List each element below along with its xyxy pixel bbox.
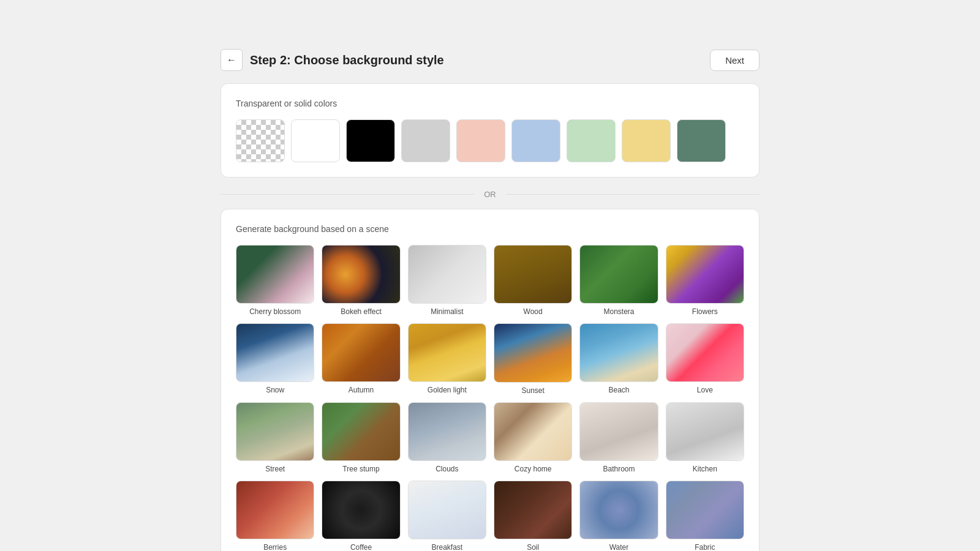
scene-thumb-snow: [236, 323, 314, 382]
scene-thumb-inner-street: [236, 403, 314, 460]
scene-item-minimalist[interactable]: Minimalist: [408, 245, 486, 316]
scene-thumb-inner-row4b: [322, 481, 399, 539]
scene-item-kitchen[interactable]: Kitchen: [666, 402, 744, 473]
solid-colors-title: Transparent or solid colors: [236, 99, 744, 108]
scene-thumb-wood: [494, 245, 572, 304]
header: ← Step 2: Choose background style Next: [221, 49, 760, 71]
page-title: Step 2: Choose background style: [250, 53, 444, 67]
back-icon: ←: [227, 54, 236, 66]
scene-thumb-inner-minimalist: [409, 246, 486, 303]
scene-title: Generate background based on a scene: [236, 224, 744, 234]
scene-item-cherry-blossom[interactable]: Cherry blossom: [236, 245, 314, 316]
scene-thumb-inner-clouds: [409, 403, 486, 460]
or-divider: OR: [221, 190, 760, 199]
scene-item-row4c[interactable]: Breakfast: [408, 481, 486, 551]
scene-item-love[interactable]: Love: [666, 323, 744, 394]
swatch-transparent[interactable]: [236, 119, 285, 162]
scene-item-monstera[interactable]: Monstera: [579, 245, 658, 316]
scene-item-bokeh-effect[interactable]: Bokeh effect: [322, 245, 400, 316]
scene-item-row4b[interactable]: Coffee: [322, 481, 400, 551]
scene-label-golden-light: Golden light: [428, 386, 467, 394]
scene-thumb-street: [236, 402, 314, 461]
scene-thumb-love: [666, 323, 744, 382]
scene-thumb-row4b: [322, 481, 400, 539]
scene-thumb-inner-bathroom: [580, 403, 657, 460]
scene-item-flowers[interactable]: Flowers: [666, 245, 744, 316]
scene-thumb-inner-wood: [494, 246, 571, 303]
scene-item-cozy-home[interactable]: Cozy home: [494, 402, 572, 473]
scene-label-love: Love: [697, 386, 713, 394]
scene-item-street[interactable]: Street: [236, 402, 314, 473]
swatch-white[interactable]: [291, 119, 340, 162]
scene-thumb-row4e: [579, 481, 658, 539]
scene-section: Generate background based on a scene Che…: [221, 209, 760, 551]
scene-item-row4f[interactable]: Fabric: [666, 481, 744, 551]
scene-item-autumn[interactable]: Autumn: [322, 323, 400, 394]
scene-label-snow: Snow: [266, 386, 284, 394]
scene-label-street: Street: [265, 465, 285, 473]
scene-thumb-bathroom: [579, 402, 658, 461]
scene-label-bokeh-effect: Bokeh effect: [341, 307, 382, 316]
scene-thumb-clouds: [408, 402, 486, 461]
scene-label-row4e: Water: [609, 543, 629, 551]
scene-thumb-inner-row4d: [494, 481, 571, 539]
scene-item-bathroom[interactable]: Bathroom: [579, 402, 658, 473]
scene-item-sunset[interactable]: Sunset: [494, 323, 572, 394]
back-button[interactable]: ←: [221, 49, 243, 71]
swatch-light-gray[interactable]: [401, 119, 450, 162]
scene-thumb-inner-row4e: [580, 481, 657, 539]
scene-label-cozy-home: Cozy home: [514, 465, 552, 473]
scene-thumb-inner-snow: [236, 324, 314, 381]
scene-label-wood: Wood: [524, 307, 543, 316]
scene-label-beach: Beach: [608, 386, 629, 394]
swatch-blue[interactable]: [511, 119, 560, 162]
scene-thumb-inner-row4a: [236, 481, 314, 539]
scene-item-row4d[interactable]: Soil: [494, 481, 572, 551]
scene-thumb-inner-autumn: [322, 324, 399, 381]
scene-label-kitchen: Kitchen: [693, 465, 717, 473]
or-text: OR: [484, 190, 496, 199]
scene-thumb-minimalist: [408, 245, 486, 304]
swatch-pink[interactable]: [456, 119, 505, 162]
scene-item-wood[interactable]: Wood: [494, 245, 572, 316]
scene-thumb-bokeh-effect: [322, 245, 400, 304]
scene-thumb-inner-bokeh-effect: [322, 246, 399, 303]
scene-item-golden-light[interactable]: Golden light: [408, 323, 486, 394]
scene-thumb-beach: [579, 323, 658, 382]
scene-thumb-row4a: [236, 481, 314, 539]
scene-label-cherry-blossom: Cherry blossom: [249, 307, 301, 316]
scene-item-row4a[interactable]: Berries: [236, 481, 314, 551]
scene-thumb-inner-cherry-blossom: [236, 246, 314, 303]
scene-thumb-inner-beach: [580, 324, 657, 381]
scene-item-row4e[interactable]: Water: [579, 481, 658, 551]
scene-thumb-tree-stump: [322, 402, 400, 461]
swatch-green[interactable]: [567, 119, 616, 162]
scene-label-clouds: Clouds: [435, 465, 458, 473]
scene-thumb-flowers: [666, 245, 744, 304]
scene-thumb-row4c: [408, 481, 486, 539]
scene-thumb-inner-golden-light: [409, 324, 486, 381]
swatch-yellow[interactable]: [622, 119, 671, 162]
swatch-teal[interactable]: [677, 119, 726, 162]
scene-grid: Cherry blossom Bokeh effect Minimalist W…: [236, 245, 744, 551]
swatch-black[interactable]: [346, 119, 395, 162]
scene-label-sunset: Sunset: [521, 386, 544, 395]
scene-thumb-row4f: [666, 481, 744, 539]
scene-thumb-monstera: [579, 245, 658, 304]
scene-item-beach[interactable]: Beach: [579, 323, 658, 394]
header-left: ← Step 2: Choose background style: [221, 49, 444, 71]
scene-label-row4f: Fabric: [695, 543, 715, 551]
scene-label-autumn: Autumn: [349, 386, 374, 394]
color-swatches: [236, 119, 744, 162]
scene-label-tree-stump: Tree stump: [342, 465, 379, 473]
scene-thumb-row4d: [494, 481, 572, 539]
scene-item-clouds[interactable]: Clouds: [408, 402, 486, 473]
scene-thumb-autumn: [322, 323, 400, 382]
scene-thumb-cozy-home: [494, 402, 572, 461]
scene-item-tree-stump[interactable]: Tree stump: [322, 402, 400, 473]
scene-thumb-cherry-blossom: [236, 245, 314, 304]
solid-colors-section: Transparent or solid colors: [221, 83, 760, 178]
scene-item-snow[interactable]: Snow: [236, 323, 314, 394]
next-button[interactable]: Next: [710, 50, 760, 71]
scene-label-minimalist: Minimalist: [431, 307, 463, 316]
